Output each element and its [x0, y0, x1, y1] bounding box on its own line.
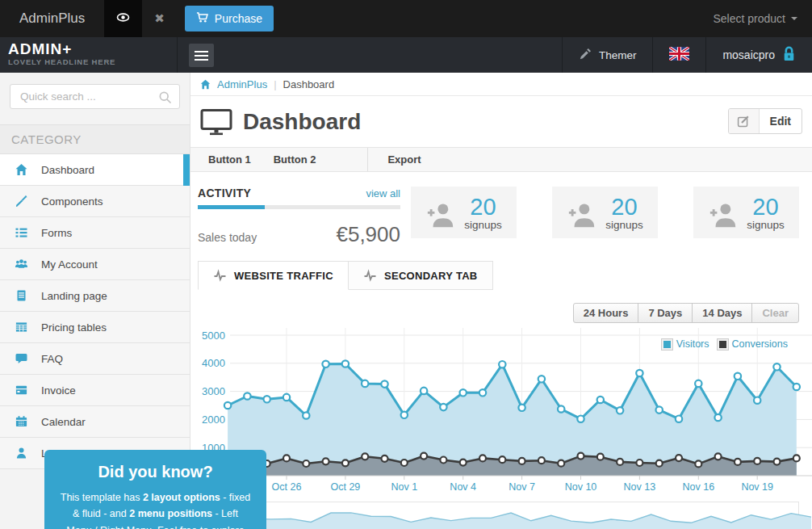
sidebar-item-forms[interactable]: Forms	[0, 217, 190, 249]
signups-label: signups	[747, 219, 785, 231]
legend-label: Visitors	[676, 338, 709, 350]
button-1[interactable]: Button 1	[197, 148, 262, 171]
sales-today-label: Sales today	[198, 231, 257, 244]
edit-button[interactable]: Edit	[728, 108, 802, 134]
toolbar: Button 1 Button 2 Export	[190, 147, 812, 172]
signups-label: signups	[464, 219, 502, 231]
signups-widget: 20signups	[552, 187, 658, 238]
themer-button[interactable]: Themer	[562, 37, 653, 73]
sidebar-item-landing-page[interactable]: Landing page	[0, 280, 190, 312]
svg-text:Nov 13: Nov 13	[624, 481, 656, 493]
comment-icon	[15, 352, 28, 366]
pulse-icon	[213, 269, 227, 282]
tabs: WEBSITE TRAFFICSECONDARY TAB	[198, 261, 799, 290]
sidebar-item-label: Forms	[41, 227, 72, 239]
tab-label: WEBSITE TRAFFIC	[234, 270, 333, 282]
users-icon	[15, 258, 28, 271]
popup-title: Did you know?	[59, 463, 252, 481]
signups-count: 20	[747, 195, 785, 219]
person-plus-icon	[567, 199, 597, 230]
svg-text:Nov 10: Nov 10	[565, 481, 597, 493]
invoice-icon	[15, 384, 28, 397]
chart-legend: VisitorsConversions	[662, 338, 788, 350]
search-input[interactable]	[10, 84, 180, 109]
range-button-14-days[interactable]: 14 Days	[692, 303, 752, 323]
button-2[interactable]: Button 2	[262, 148, 328, 171]
sidebar-item-label: Dashboard	[41, 164, 94, 176]
main-content: AdminPlus | Dashboard Dashboard Edit But…	[190, 73, 812, 529]
sidebar-category-header: CATEGORY	[0, 124, 190, 154]
signups-label: signups	[605, 219, 643, 231]
sidebar-item-label: Pricing tables	[41, 321, 107, 334]
range-button-24-hours[interactable]: 24 Hours	[573, 303, 639, 323]
user-menu[interactable]: mosaicpro	[705, 37, 812, 73]
chevron-down-icon	[791, 17, 797, 20]
select-product-dropdown[interactable]: Select product	[714, 12, 812, 25]
breadcrumb: AdminPlus | Dashboard	[190, 73, 812, 96]
sidebar-item-faq[interactable]: FAQ	[0, 343, 190, 375]
sidebar-item-label: FAQ	[41, 353, 63, 365]
logo[interactable]: ADMIN+ LOVELY HEADLINE HERE	[0, 37, 178, 73]
did-you-know-popup: Did you know? This template has 2 layout…	[44, 450, 266, 529]
sidebar-item-label: Invoice	[41, 384, 76, 397]
edit-pencil-icon[interactable]	[729, 109, 760, 133]
page-header: Dashboard Edit	[190, 96, 812, 147]
header-bar: ADMIN+ LOVELY HEADLINE HERE Themer mosai…	[0, 37, 812, 73]
breadcrumb-separator: |	[274, 78, 276, 90]
sidebar-item-dashboard[interactable]: Dashboard	[0, 154, 190, 186]
signups-widget: 20signups	[693, 187, 799, 238]
tab-secondary-tab[interactable]: SECONDARY TAB	[349, 261, 493, 290]
person-plus-icon	[708, 199, 739, 230]
sidebar-item-components[interactable]: Components	[0, 186, 190, 217]
edit-label[interactable]: Edit	[760, 109, 802, 133]
logo-title: ADMIN+	[8, 40, 177, 57]
monitor-icon	[200, 108, 232, 136]
search-icon[interactable]	[158, 90, 172, 107]
export-button[interactable]: Export	[376, 148, 432, 171]
page-title: Dashboard	[243, 109, 361, 135]
range-button-clear[interactable]: Clear	[751, 303, 799, 323]
signups-widget: 20signups	[411, 187, 517, 238]
preview-toggle[interactable]	[104, 0, 142, 37]
range-button-7-days[interactable]: 7 Days	[638, 303, 693, 323]
username-label: mosaicpro	[722, 48, 775, 61]
menu-toggle-button[interactable]	[189, 44, 214, 67]
sidebar-item-pricing-tables[interactable]: Pricing tables	[0, 312, 190, 343]
sidebar-item-my-account[interactable]: My Account	[0, 249, 190, 280]
svg-text:Nov 7: Nov 7	[509, 481, 535, 493]
top-bar: AdminPlus ✖ Purchase Select product	[0, 0, 812, 37]
close-icon[interactable]: ✖	[142, 11, 177, 26]
home-icon	[200, 79, 211, 90]
activity-panel: ACTIVITY view all Sales today €5,900	[198, 187, 400, 247]
signup-widgets: 20signups20signups20signups	[400, 187, 799, 247]
sidebar-item-calendar[interactable]: Calendar	[0, 406, 190, 438]
breadcrumb-current: Dashboard	[283, 78, 335, 90]
app-window: AdminPlus ✖ Purchase Select product ADMI…	[0, 0, 812, 529]
legend-swatch	[718, 339, 728, 350]
svg-text:5000: 5000	[202, 330, 225, 342]
chart-canvas[interactable]: 10002000300040005000Oct 26Oct 29Nov 1Nov…	[198, 328, 812, 495]
svg-text:2000: 2000	[202, 414, 225, 426]
language-selector[interactable]	[652, 37, 705, 73]
svg-text:Oct 26: Oct 26	[272, 481, 302, 493]
themer-label: Themer	[599, 49, 637, 61]
eyedropper-icon	[579, 48, 592, 63]
signups-count: 20	[464, 195, 502, 219]
sidebar-item-invoice[interactable]: Invoice	[0, 375, 190, 406]
select-product-label: Select product	[714, 12, 786, 25]
tab-website-traffic[interactable]: WEBSITE TRAFFIC	[198, 261, 349, 290]
sales-today-value: €5,900	[336, 222, 400, 247]
svg-text:Oct 29: Oct 29	[330, 481, 360, 493]
traffic-chart: 10002000300040005000Oct 26Oct 29Nov 1Nov…	[198, 328, 799, 498]
legend-conversions: Conversions	[718, 338, 788, 350]
chart-overview-strip[interactable]	[230, 502, 799, 529]
list-icon	[15, 226, 28, 240]
legend-visitors: Visitors	[662, 338, 709, 350]
svg-text:4000: 4000	[202, 357, 225, 369]
view-all-link[interactable]: view all	[366, 187, 400, 199]
pulse-icon	[363, 269, 377, 282]
breadcrumb-home[interactable]: AdminPlus	[217, 78, 267, 90]
svg-text:Nov 1: Nov 1	[391, 481, 417, 493]
purchase-button[interactable]: Purchase	[185, 6, 274, 31]
table-icon	[15, 321, 28, 334]
